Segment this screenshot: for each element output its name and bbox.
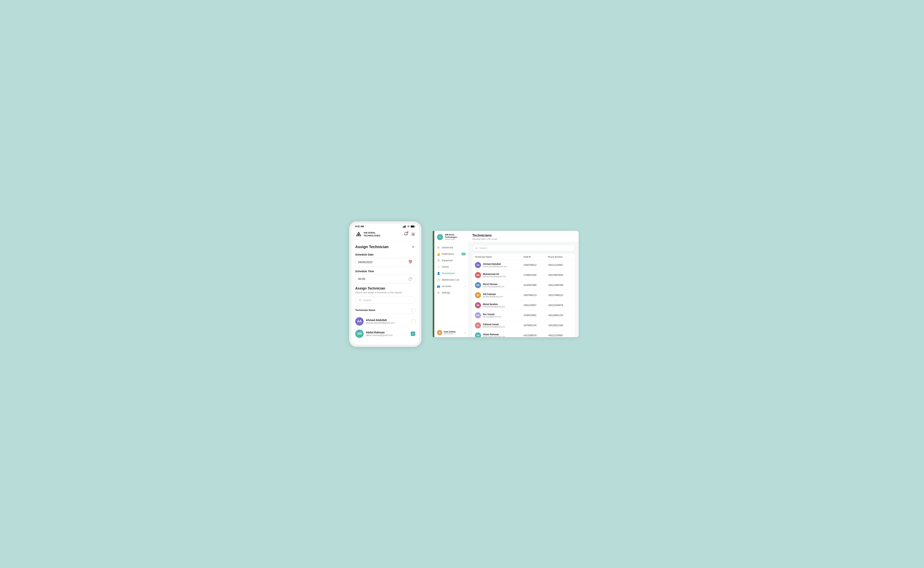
table-avatar-2: MA	[475, 272, 481, 278]
schedule-time-input[interactable]: 00:00 🕐	[355, 274, 415, 283]
table-avatar-7: FI	[475, 322, 481, 328]
table-staffid-5: A901234567	[524, 304, 548, 307]
sidebar-label-dashboard: Dashboard	[442, 246, 453, 249]
sidebar-label-clients: Clients	[442, 266, 449, 268]
sidebar-label-settings: Settings	[442, 292, 450, 294]
table-email-6: nor.aziza@gmail.com	[483, 316, 501, 318]
assign-section-title: Assign Technician	[355, 287, 415, 290]
wifi-icon	[407, 225, 410, 228]
schedule-date-value: 04/05/2023	[358, 260, 372, 264]
table-row[interactable]: AA Ahmad Abdullahahmad.abdullah@gmail.co…	[472, 260, 575, 270]
tech-header-label: Technician Name	[355, 309, 376, 311]
sidebar-nav: ⊞ Dashboard 🔔 Notifications 20 ⚙ Equipme…	[434, 243, 468, 328]
tech-checkbox-1[interactable]	[412, 319, 415, 323]
main-header: Technicians Showing total 1,100 results	[468, 231, 579, 242]
table-staffid-4: A567890123	[524, 294, 548, 296]
phone-mockup: 9:41 AM	[349, 221, 421, 347]
tech-list-header: Technician Name	[355, 307, 415, 314]
user-role: Administrator	[444, 333, 463, 335]
sidebar-item-settings[interactable]: ⚙ Settings	[434, 290, 468, 296]
svg-point-14	[476, 247, 477, 249]
user-avatar: IZ	[437, 330, 442, 335]
search-icon	[359, 299, 362, 302]
tech-item-2[interactable]: AR Abdul Rahman abdul.rahman@gmail.com ✓	[355, 328, 415, 340]
page-subtitle: Showing total 1,100 results	[472, 238, 575, 240]
tech-cell-8: AR Abdul Rahmanabdul.rahman@gmail.com	[475, 332, 524, 337]
close-button[interactable]: ✕	[411, 245, 415, 249]
table-email-2: muhammad.ali@gmail.com	[483, 275, 506, 278]
table-row[interactable]: SF Siti Fatimahsiti.fatimah@gmail.com A5…	[472, 290, 575, 300]
table-row[interactable]: AR Abdul Rahmanabdul.rahman@gmail.com A0…	[472, 331, 575, 337]
sidebar-user[interactable]: IZ Izzan Zulman Administrator ▾	[434, 328, 468, 337]
sidebar-label-technicians: Technicians	[442, 272, 455, 275]
search-placeholder-text: Search	[363, 299, 371, 302]
admin-search-placeholder: Search	[479, 246, 487, 249]
admin-search-bar[interactable]: Search	[472, 245, 575, 251]
status-icons	[403, 225, 415, 228]
select-all-checkbox[interactable]	[412, 308, 415, 312]
table-phone-2: +60129876543	[548, 274, 572, 276]
technicians-table: Technician Name Staff ID Phone Number AA…	[472, 254, 575, 337]
center-divider	[433, 231, 434, 337]
sidebar-item-accounts[interactable]: 👥 Accounts ▾	[434, 283, 468, 290]
table-email-1: ahmad.abdullah@gmail.com	[483, 265, 507, 267]
assign-section-subtitle: Search and assign a technician to this r…	[355, 291, 415, 294]
table-row[interactable]: MI Mohd Ibrahimmohd.ibrahim@gmail.com A9…	[472, 300, 575, 310]
status-bar: 9:41 AM	[351, 224, 419, 228]
tech-email-1: ahmad.abdullah@gmail.com	[366, 322, 409, 324]
sidebar-item-dashboard[interactable]: ⊞ Dashboard	[434, 244, 468, 251]
signal-icon	[403, 225, 406, 228]
tech-cell-6: NA Nor Azizahnor.aziza@gmail.com	[475, 312, 524, 318]
table-row[interactable]: NH Nurul Hassannurul.hassan@gmail.com A2…	[472, 280, 575, 290]
assign-technician-modal: Assign Technician ✕ Schedule Date 04/05/…	[351, 240, 419, 344]
technician-search[interactable]: Search	[355, 296, 415, 304]
aim-logo-icon	[355, 231, 362, 238]
table-phone-1: +60121234567	[548, 264, 572, 266]
tech-cell-1: AA Ahmad Abdullahahmad.abdullah@gmail.co…	[475, 262, 524, 268]
notification-dot	[407, 231, 408, 233]
notifications-badge: 20	[461, 253, 466, 255]
table-name-7: Fatimah Ismail	[483, 323, 505, 326]
tech-item-1[interactable]: AA Ahmad Abdullah ahmad.abdullah@gmail.c…	[355, 315, 415, 328]
table-name-1: Ahmad Abdullah	[483, 263, 507, 265]
bell-wrapper[interactable]	[404, 232, 408, 237]
sidebar-item-equipment[interactable]: ⚙ Equipment	[434, 257, 468, 264]
tech-cell-7: FI Fatimah Ismailfatimah.ismail@gmail.co…	[475, 322, 524, 328]
user-name: Izzan Zulman	[444, 331, 463, 333]
sidebar-label-notifications: Notifications	[442, 253, 454, 255]
svg-rect-6	[415, 226, 415, 227]
table-email-8: abdul.rahman@gmail.com	[483, 336, 505, 337]
sidebar-item-technicians[interactable]: 👤 Technicians	[434, 270, 468, 276]
table-row[interactable]: MA Muhammad Alimuhammad.ali@gmail.com A7…	[472, 270, 575, 280]
tech-cell-3: NH Nurul Hassannurul.hassan@gmail.com	[475, 282, 524, 288]
status-time: 9:41 AM	[355, 225, 364, 228]
menu-icon[interactable]	[411, 232, 415, 236]
svg-rect-5	[411, 226, 414, 227]
table-staffid-7: A678901234	[524, 324, 548, 327]
schedule-date-label: Schedule Date	[355, 253, 415, 256]
table-phone-7: +60129012345	[548, 324, 572, 327]
table-name-6: Nor Azizah	[483, 313, 501, 316]
sidebar-item-notifications[interactable]: 🔔 Notifications 20	[434, 251, 468, 257]
phone-logo: AIM AERIAL TECHNOLOGIES	[355, 231, 380, 238]
schedule-date-input[interactable]: 04/05/2023 📅	[355, 258, 415, 267]
tech-info-2: Abdul Rahman abdul.rahman@gmail.com	[366, 331, 408, 337]
logo-text: AIM AERIAL TECHNOLOGIES	[364, 231, 380, 237]
maintenance-icon: 🕐	[437, 278, 440, 281]
schedule-time-value: 00:00	[358, 277, 365, 280]
sidebar-item-maintenance[interactable]: 🕐 Maintenance List	[434, 276, 468, 283]
table-staffid-8: A012345678	[524, 334, 548, 337]
table-phone-6: +60128901234	[548, 314, 572, 317]
equipment-icon: ⚙	[437, 259, 440, 262]
svg-rect-3	[405, 225, 406, 228]
settings-icon: ⚙	[437, 291, 440, 294]
tech-checkbox-2[interactable]: ✓	[411, 331, 415, 336]
schedule-time-label: Schedule Time	[355, 270, 415, 273]
table-avatar-6: NA	[475, 312, 481, 318]
sidebar-item-clients[interactable]: ☺ Clients	[434, 264, 468, 270]
table-avatar-1: AA	[475, 262, 481, 268]
table-row[interactable]: NA Nor Azizahnor.aziza@gmail.com A345678…	[472, 310, 575, 320]
table-staffid-2: A789012345	[524, 274, 548, 276]
tech-cell-4: SF Siti Fatimahsiti.fatimah@gmail.com	[475, 292, 524, 298]
table-row[interactable]: FI Fatimah Ismailfatimah.ismail@gmail.co…	[472, 320, 575, 331]
